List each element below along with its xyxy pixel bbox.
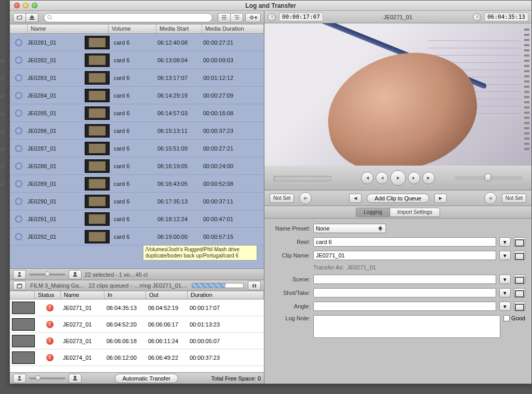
add-clip-to-queue-button[interactable]: Add Clip to Queue [367, 194, 429, 203]
small-thumb-button[interactable] [13, 270, 26, 279]
status-ring-icon [15, 127, 22, 134]
clip-duration: 00:01:12:12 [203, 75, 264, 81]
titlebar[interactable]: Log and Transfer [10, 1, 531, 11]
clip-duration: 00:00:16:08 [203, 110, 264, 116]
queue-status: 22 clips queued - …rring JE0271_01… [89, 282, 188, 289]
angle-dropdown-button[interactable]: ▾ [499, 302, 511, 311]
next-clip-button[interactable]: ► [434, 194, 447, 203]
clip-row[interactable]: JE0288_01card 606:16:19:0500:00:24:00 [10, 157, 264, 175]
clip-name: JE0286_01 [28, 128, 85, 134]
clip-name: JE0289_01 [28, 181, 85, 187]
scene-slate-button[interactable] [514, 275, 525, 284]
clip-browser[interactable]: JE0281_01card 606:12:40:0800:00:27:21JE0… [10, 34, 264, 268]
log-note-input[interactable] [313, 315, 500, 338]
thumb-size-slider[interactable] [29, 274, 65, 276]
transport-controls [264, 166, 531, 191]
clip-row[interactable]: JE0283_01card 606:13:17:0700:01:12:12 [10, 69, 264, 87]
clip-duration: 00:00:52:08 [203, 181, 264, 187]
next-frame-button[interactable] [408, 172, 420, 184]
clip-dropdown-button[interactable]: ▾ [499, 251, 511, 260]
good-checkbox[interactable]: Good [503, 315, 525, 321]
browser-columns: Name Volume Media Start Media Duration [10, 24, 264, 34]
free-space-label: Total Free Space: 0 [211, 375, 261, 382]
reel-input[interactable]: card 6 [313, 237, 496, 247]
clip-start: 06:16:19:05 [157, 163, 203, 169]
queue-thumbnail [12, 302, 35, 314]
clock-in-icon[interactable] [268, 13, 276, 21]
clip-name: JE0291_01 [28, 216, 85, 222]
eject-volume-button[interactable] [25, 13, 38, 22]
go-to-out-button[interactable] [422, 172, 435, 184]
clip-duration: 00:00:27:21 [203, 145, 264, 152]
search-input[interactable] [44, 13, 212, 22]
large-thumb-button-2[interactable] [69, 374, 82, 383]
col-name[interactable]: Name [28, 24, 109, 33]
hierarchy-view-button[interactable] [230, 13, 243, 22]
settings-gear-button[interactable]: ▾ [245, 13, 261, 22]
reel-dropdown-button[interactable]: ▾ [499, 237, 511, 247]
clip-volume: card 6 [110, 110, 157, 116]
clip-volume: card 6 [110, 216, 157, 222]
queue-row[interactable]: !JE0271_0106:04:35:1306:04:52:1900:00:17… [10, 300, 264, 316]
destination-button[interactable] [13, 281, 26, 290]
prev-clip-button[interactable]: ◄ [349, 194, 362, 203]
svg-point-9 [74, 376, 76, 378]
clip-row[interactable]: JE0284_01card 606:14:29:1900:00:27:09 [10, 87, 264, 104]
clear-out-button[interactable]: Not Set [502, 194, 526, 203]
prev-frame-button[interactable] [376, 172, 388, 184]
small-thumb-button-2[interactable] [13, 374, 26, 383]
clip-row[interactable]: JE0282_01card 606:13:08:0400:00:09:03 [10, 51, 264, 69]
col-media-start[interactable]: Media Start [156, 24, 202, 33]
reel-slate-button[interactable] [514, 237, 525, 247]
clip-row[interactable]: JE0292_01card 606:19:00:0000:00:57:15 [10, 228, 264, 246]
clip-name-input[interactable]: JE0271_01 [313, 251, 496, 260]
name-preset-select[interactable]: None [313, 224, 386, 233]
window-title: Log and Transfer [10, 2, 531, 9]
col-media-duration[interactable]: Media Duration [202, 24, 264, 33]
go-to-in-button[interactable] [361, 172, 374, 184]
play-button[interactable] [390, 170, 406, 186]
shot-take-input[interactable] [313, 288, 496, 297]
scene-dropdown-button[interactable]: ▾ [499, 275, 511, 284]
mark-out-button[interactable] [484, 192, 497, 205]
list-view-button[interactable] [218, 13, 231, 22]
mark-in-button[interactable] [299, 192, 312, 205]
transfer-queue[interactable]: !JE0271_0106:04:35:1306:04:52:1900:00:17… [10, 300, 264, 372]
logging-form: Name Preset: None Reel: card 6 ▾ Clip Na… [264, 219, 531, 384]
tab-import-settings[interactable]: Import Settings [390, 208, 440, 217]
clear-in-button[interactable]: Not Set [270, 194, 294, 203]
large-thumb-button[interactable] [69, 270, 82, 279]
viewer-clip-title: JE0271_01 [326, 14, 470, 20]
scene-input[interactable] [313, 275, 496, 284]
queue-row[interactable]: !JE0272_0106:04:52:2006:06:06:1700:01:13… [10, 316, 264, 333]
clip-row[interactable]: JE0289_01card 606:16:43:0500:00:52:08 [10, 175, 264, 193]
angle-slate-button[interactable] [514, 302, 525, 311]
tab-logging[interactable]: Logging [356, 208, 390, 217]
clip-name: JE0288_01 [28, 163, 85, 169]
col-volume[interactable]: Volume [109, 24, 156, 33]
shot-dropdown-button[interactable]: ▾ [499, 288, 511, 297]
clip-row[interactable]: JE0287_01card 606:15:51:0900:00:27:21 [10, 140, 264, 157]
status-ring-icon [15, 74, 22, 81]
queue-thumb-slider[interactable] [29, 377, 65, 379]
automatic-transfer-button[interactable]: Automatic Transfer [115, 374, 178, 383]
clip-row[interactable]: JE0281_01card 606:12:40:0800:00:27:21 [10, 34, 264, 51]
queue-row[interactable]: !JE0274_0106:06:12:0006:06:49:2200:00:37… [10, 349, 264, 366]
folder-plus-icon [17, 15, 22, 20]
angle-input[interactable] [313, 302, 496, 311]
jog-slider[interactable] [455, 176, 522, 180]
clip-thumbnail [85, 142, 110, 155]
clip-row[interactable]: JE0291_01card 606:18:12:2400:00:47:01 [10, 210, 264, 228]
svg-rect-5 [17, 284, 22, 288]
shot-slate-button[interactable] [514, 288, 525, 297]
clip-row[interactable]: JE0286_01card 606:15:13:1100:00:37:23 [10, 122, 264, 140]
preview-viewer[interactable] [264, 23, 531, 166]
add-volume-button[interactable] [13, 13, 26, 22]
clip-row[interactable]: JE0285_01card 606:14:57:0300:00:16:08 [10, 104, 264, 122]
pause-queue-button[interactable] [248, 281, 261, 290]
clip-slate-button[interactable] [514, 251, 525, 260]
clip-row[interactable]: JE0290_01card 606:17:35:1300:00:37:11 [10, 193, 264, 210]
clock-out-icon[interactable] [473, 13, 481, 21]
transfer-as-label: Transfer As: JE0271_01 [313, 264, 525, 270]
queue-row[interactable]: !JE0273_0106:06:06:1806:06:11:2400:00:05… [10, 333, 264, 349]
